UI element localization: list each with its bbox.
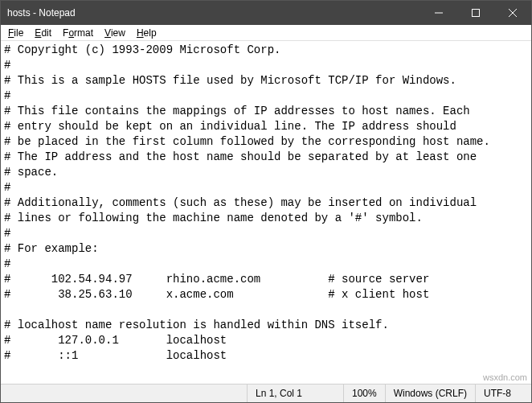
menu-view-rest: iew [111, 27, 125, 39]
menu-file[interactable]: File [2, 26, 29, 40]
menu-file-rest: ile [14, 27, 23, 39]
maximize-button[interactable] [457, 1, 494, 25]
close-icon [509, 9, 517, 17]
window-controls [420, 1, 531, 25]
menu-help-rest: elp [144, 27, 157, 39]
editor-content[interactable]: # Copyright (c) 1993-2009 Microsoft Corp… [1, 41, 531, 365]
menu-edit[interactable]: Edit [29, 26, 57, 40]
status-encoding: UTF-8 [475, 384, 531, 402]
status-position: Ln 1, Col 1 [247, 384, 343, 402]
menu-format-rest: rmat [74, 27, 93, 39]
title-bar: hosts - Notepad [1, 1, 531, 25]
minimize-icon [435, 9, 443, 17]
menu-view[interactable]: View [99, 26, 131, 40]
maximize-icon [472, 9, 480, 17]
status-line-ending: Windows (CRLF) [385, 384, 475, 402]
status-zoom: 100% [343, 384, 385, 402]
menu-bar: File Edit Format View Help [1, 25, 531, 41]
menu-format[interactable]: Format [57, 26, 99, 40]
minimize-button[interactable] [420, 1, 457, 25]
text-editor[interactable]: # Copyright (c) 1993-2009 Microsoft Corp… [1, 41, 531, 384]
svg-rect-0 [473, 10, 480, 17]
menu-edit-rest: dit [41, 27, 51, 39]
window-title: hosts - Notepad [7, 7, 420, 19]
close-button[interactable] [494, 1, 531, 25]
menu-help[interactable]: Help [131, 26, 162, 40]
status-bar: Ln 1, Col 1 100% Windows (CRLF) UTF-8 [1, 384, 531, 402]
